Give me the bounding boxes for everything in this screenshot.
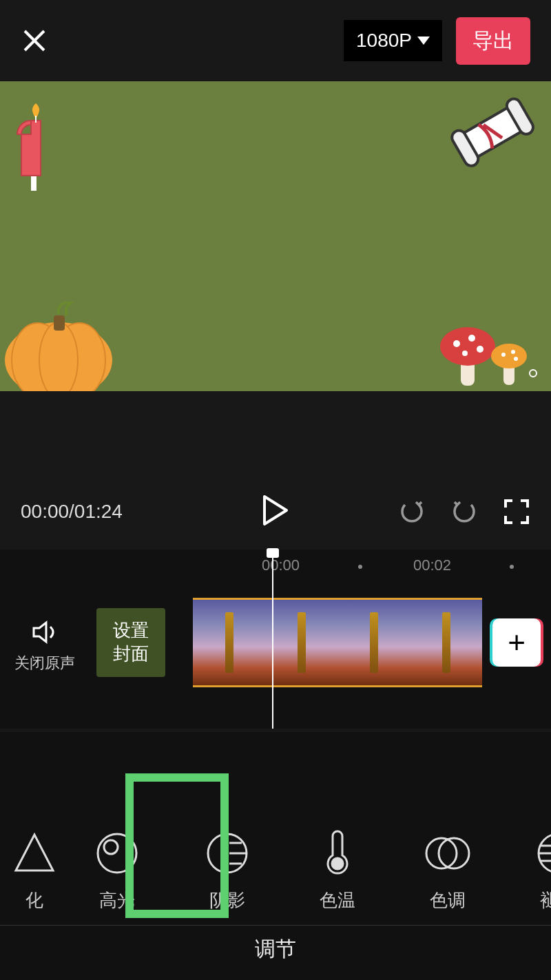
chevron-down-icon [417,37,430,45]
svg-point-19 [511,350,515,354]
fade-icon [534,829,551,877]
mute-label: 关闭原声 [0,653,90,674]
redo-button[interactable] [450,498,478,525]
tool-sharpen[interactable]: 化 [7,829,62,918]
clip-frame [265,600,337,685]
playhead[interactable] [272,550,273,729]
clip-frame [410,600,482,685]
timeline[interactable]: 00:00 00:02 关闭原声 设置 封面 + [0,550,551,729]
svg-point-24 [332,858,343,869]
video-preview[interactable] [0,81,551,391]
svg-point-11 [440,327,495,366]
timeline-tick-dot [510,565,514,569]
export-button[interactable]: 导出 [456,17,530,65]
timeline-tick: 00:00 [262,556,300,574]
sharpen-icon [10,829,59,877]
add-clip-button[interactable]: + [492,618,541,667]
svg-point-18 [501,353,506,357]
tool-shadow[interactable]: 阴影 [172,829,282,918]
cover-label: 设置 封面 [113,619,149,666]
clip-frame [337,600,410,685]
svg-point-13 [468,335,475,342]
sticker-pumpkin-icon [0,302,117,391]
svg-point-15 [462,351,468,356]
clip-frame [193,600,265,685]
svg-point-5 [39,322,78,391]
adjustment-tool-strip[interactable]: 化 高光 阴影 色温 色调 褪色 [0,732,551,925]
decoration-dot [529,369,537,377]
shadow-icon [203,829,251,877]
time-display: 00:00/01:24 [21,501,123,523]
tool-fade[interactable]: 褪色 [503,829,551,918]
play-button[interactable] [262,495,289,528]
svg-point-20 [514,357,518,361]
resolution-label: 1080P [356,30,412,52]
tool-hue[interactable]: 色调 [393,829,503,918]
video-clip-track[interactable]: + [193,591,551,694]
fullscreen-button[interactable] [503,498,530,525]
svg-point-25 [426,838,457,868]
undo-button[interactable] [398,498,426,525]
svg-point-14 [477,346,484,353]
timeline-tick: 00:02 [413,556,451,574]
mute-audio-button[interactable] [31,618,59,646]
svg-point-17 [491,344,527,368]
set-cover-button[interactable]: 设置 封面 [96,608,165,677]
svg-point-12 [453,340,460,347]
svg-rect-0 [31,176,37,191]
hue-icon [424,829,472,877]
resolution-selector[interactable]: 1080P [344,20,442,61]
highlight-icon [93,829,141,877]
panel-title: 调节 [0,925,551,973]
temperature-icon [313,829,362,877]
sticker-scroll-icon [441,92,544,181]
sticker-candle-icon [10,96,59,193]
tool-temperature[interactable]: 色温 [282,829,393,918]
timeline-tick-dot [358,565,362,569]
close-button[interactable] [21,27,48,54]
svg-point-26 [439,838,469,868]
svg-point-22 [104,840,118,854]
svg-rect-1 [35,116,37,123]
svg-point-21 [98,834,136,873]
tool-highlight[interactable]: 高光 [62,829,172,918]
sticker-mushroom-icon [437,319,534,388]
svg-rect-6 [54,315,65,331]
